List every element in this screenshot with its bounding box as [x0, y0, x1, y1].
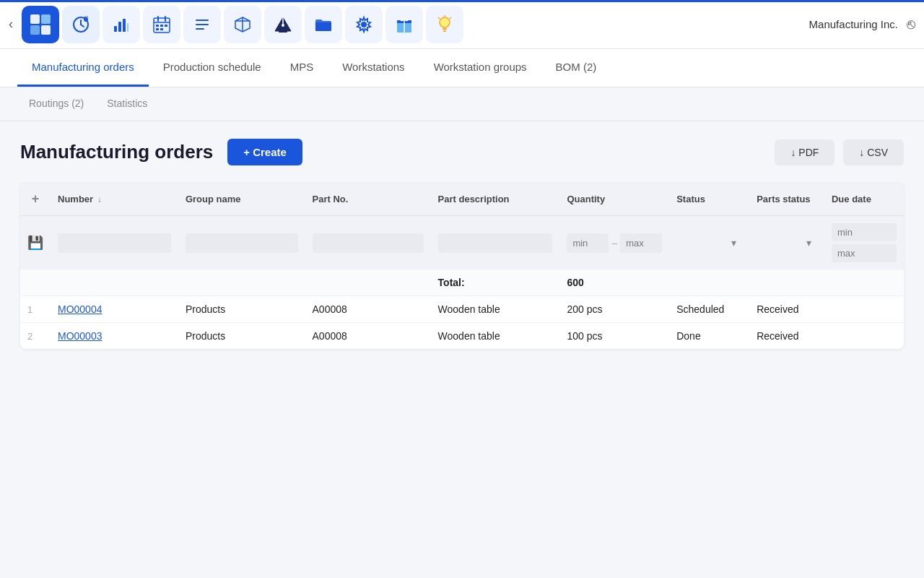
- svg-rect-19: [160, 25, 163, 27]
- save-filter-icon[interactable]: 💾: [27, 236, 43, 250]
- svg-rect-3: [41, 25, 51, 35]
- part-no-filter-input[interactable]: [313, 233, 424, 253]
- due-date-max-input[interactable]: [832, 244, 897, 262]
- row-num-2: 2: [20, 323, 51, 350]
- quantity-filter-cell: –: [559, 216, 669, 270]
- filter-row: 💾: [20, 216, 904, 270]
- svg-line-6: [81, 25, 84, 27]
- page-title: Manufacturing orders: [20, 141, 213, 163]
- quantity-column-header: Quantity: [559, 183, 669, 216]
- subtab-statistics[interactable]: Statistics: [95, 87, 159, 121]
- tab-workstation-groups[interactable]: Workstation groups: [419, 49, 541, 87]
- tab-bom[interactable]: BOM (2): [541, 49, 611, 87]
- part-no-filter-cell: [305, 216, 431, 270]
- clock-icon[interactable]: [62, 6, 100, 43]
- svg-rect-40: [443, 30, 446, 32]
- csv-button[interactable]: ↓ CSV: [843, 139, 904, 165]
- subtab-routings[interactable]: Routings (2): [17, 87, 95, 121]
- logout-icon[interactable]: ⎋: [907, 16, 915, 33]
- status-filter-select[interactable]: Scheduled Done: [676, 233, 742, 253]
- add-column-header[interactable]: +: [20, 183, 51, 216]
- number-filter-cell: [51, 216, 178, 270]
- svg-rect-39: [443, 28, 447, 30]
- svg-line-42: [450, 17, 451, 19]
- number-filter-input[interactable]: [58, 233, 171, 253]
- group-name-2: Products: [178, 323, 305, 350]
- total-row: Total: 600: [20, 269, 904, 296]
- number-column-header[interactable]: Number ↓: [51, 183, 178, 216]
- company-name: Manufacturing Inc.: [809, 18, 898, 30]
- range-dash: –: [611, 237, 617, 249]
- svg-rect-22: [160, 28, 163, 30]
- part-desc-1: Wooden table: [431, 296, 560, 323]
- tab-production-schedule[interactable]: Production schedule: [149, 49, 276, 87]
- svg-line-9: [87, 17, 87, 18]
- parts-status-2: Received: [749, 323, 824, 350]
- svg-point-38: [440, 17, 450, 27]
- status-filter-cell: Scheduled Done: [669, 216, 749, 270]
- svg-line-43: [438, 17, 440, 19]
- folder-icon[interactable]: [305, 6, 342, 43]
- due-date-min-input[interactable]: [832, 223, 897, 241]
- app-bar: ‹: [0, 0, 924, 49]
- svg-rect-33: [315, 22, 331, 31]
- total-label: Total:: [438, 277, 465, 288]
- svg-rect-0: [30, 14, 40, 24]
- quantity-min-input[interactable]: [567, 233, 609, 253]
- box-icon[interactable]: [224, 6, 261, 43]
- tab-workstations[interactable]: Workstations: [328, 49, 419, 87]
- back-button[interactable]: ‹: [9, 17, 13, 32]
- table-row: 2 MO00003 Products A00008 Wooden table 1…: [20, 323, 904, 350]
- progress-bar: [0, 0, 924, 2]
- list-icon[interactable]: [183, 6, 221, 43]
- logo-icon[interactable]: [22, 6, 59, 43]
- part-desc-filter-input[interactable]: [438, 233, 553, 253]
- idea-icon[interactable]: [426, 6, 463, 43]
- pdf-button[interactable]: ↓ PDF: [775, 139, 834, 165]
- group-name-1: Products: [178, 296, 305, 323]
- parts-status-filter-cell: Received: [749, 216, 824, 270]
- status-column-header: Status: [669, 183, 749, 216]
- group-name-filter-input[interactable]: [186, 233, 298, 253]
- main-content: Manufacturing orders + Create ↓ PDF ↓ CS…: [0, 121, 924, 577]
- present-icon[interactable]: [385, 6, 423, 43]
- order-number-1[interactable]: MO00004: [51, 296, 178, 323]
- table-row: 1 MO00004 Products A00008 Wooden table 2…: [20, 296, 904, 323]
- order-number-2[interactable]: MO00003: [51, 323, 178, 350]
- tab-manufacturing-orders[interactable]: Manufacturing orders: [17, 49, 149, 87]
- sort-icon: ↓: [97, 194, 102, 204]
- due-date-1: [824, 296, 904, 323]
- status-2: Done: [669, 323, 749, 350]
- gear-icon[interactable]: [345, 6, 383, 43]
- parts-status-filter-select[interactable]: Received: [757, 233, 817, 253]
- hat-icon[interactable]: [264, 6, 302, 43]
- svg-point-34: [361, 22, 367, 27]
- svg-rect-10: [114, 26, 117, 32]
- svg-rect-30: [279, 30, 287, 33]
- nav-tabs: Manufacturing orders Production schedule…: [0, 49, 924, 87]
- row-num-1: 1: [20, 296, 51, 323]
- svg-rect-21: [156, 28, 159, 30]
- svg-rect-11: [118, 22, 121, 32]
- table-header-row: + Number ↓ Group name Part No. Part desc…: [20, 183, 904, 216]
- part-no-column-header: Part No.: [305, 183, 431, 216]
- app-bar-right: Manufacturing Inc. ⎋: [809, 16, 915, 33]
- status-1: Scheduled: [669, 296, 749, 323]
- chart-icon[interactable]: [103, 6, 140, 43]
- export-buttons: ↓ PDF ↓ CSV: [775, 139, 904, 165]
- calendar-icon[interactable]: [143, 6, 180, 43]
- quantity-1: 200 pcs: [559, 296, 669, 323]
- svg-rect-12: [123, 19, 126, 32]
- sub-nav: Routings (2) Statistics: [0, 87, 924, 121]
- part-desc-filter-cell: [431, 216, 560, 270]
- parts-status-1: Received: [749, 296, 824, 323]
- part-desc-2: Wooden table: [431, 323, 560, 350]
- tab-mps[interactable]: MPS: [276, 49, 328, 87]
- svg-line-8: [84, 17, 85, 18]
- total-quantity: 600: [567, 277, 583, 288]
- svg-rect-18: [156, 25, 159, 27]
- group-name-column-header: Group name: [178, 183, 305, 216]
- quantity-max-input[interactable]: [620, 233, 662, 253]
- group-name-filter-cell: [178, 216, 305, 270]
- create-button[interactable]: + Create: [227, 139, 302, 165]
